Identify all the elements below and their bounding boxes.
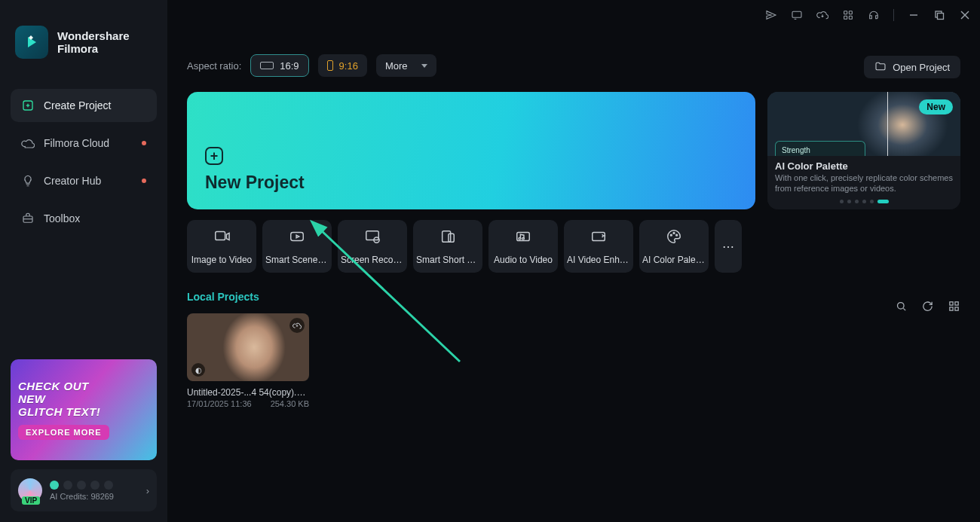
ai-credits-label: AI Credits: 98269	[50, 492, 114, 501]
svg-marker-20	[296, 235, 299, 238]
aspect-chip-9-16[interactable]: 9:16	[318, 54, 367, 77]
sidebar: Wondershare Filmora Create Project Filmo…	[0, 0, 167, 522]
brand-line2: Filmora	[57, 42, 130, 55]
open-project-button[interactable]: Open Project	[864, 56, 960, 78]
feature-card[interactable]: New Strength Protect Skin Tones AI Color…	[767, 92, 960, 209]
tool-overflow[interactable]: ⋯	[715, 220, 742, 273]
tool-label: Smart Short Cli...	[416, 255, 479, 265]
aspect-chip-label: 16:9	[280, 60, 299, 72]
aspect-chip-16-9[interactable]: 16:9	[250, 54, 308, 77]
open-project-label: Open Project	[893, 62, 950, 73]
tool-screen-recorder[interactable]: Screen Recorder	[338, 220, 407, 273]
feature-title: AI Color Palette	[775, 160, 953, 172]
tool-smart-scene-cut[interactable]: Smart Scene Cut	[262, 220, 332, 273]
sidebar-item-creator-hub[interactable]: Creator Hub	[11, 164, 157, 197]
promo-line2: NEW	[18, 392, 46, 405]
svg-rect-35	[955, 302, 958, 305]
plus-square-icon: +	[205, 147, 223, 165]
tool-label: AI Color Palette	[642, 255, 706, 265]
aspect-more-dropdown[interactable]: More	[376, 54, 436, 77]
project-name: Untitled-2025-...4 54(copy).wfp	[187, 387, 309, 398]
credit-bubbles	[50, 481, 114, 490]
svg-rect-34	[950, 302, 953, 305]
local-projects-title: Local Projects	[187, 291, 960, 303]
tool-label: Audio to Video	[492, 255, 555, 265]
tool-label: Screen Recorder	[341, 255, 404, 265]
image-video-icon	[213, 228, 230, 249]
notification-dot-icon	[142, 141, 146, 145]
feature-desc: With one click, precisely replicate colo…	[775, 173, 953, 193]
project-thumbnail: ◐	[187, 313, 309, 381]
landscape-icon	[260, 62, 274, 69]
view-grid-icon[interactable]	[948, 300, 960, 315]
project-card[interactable]: ◐ Untitled-2025-...4 54(copy).wfp 17/01/…	[187, 313, 309, 408]
sidebar-item-filmora-cloud[interactable]: Filmora Cloud	[11, 127, 157, 160]
aspect-ratio-label: Aspect ratio:	[187, 60, 241, 72]
aspect-ratio-row: Aspect ratio: 16:9 9:16 More	[187, 54, 960, 77]
refresh-icon[interactable]	[921, 300, 934, 315]
chevron-right-icon: ›	[146, 485, 149, 496]
project-size: 254.30 KB	[271, 399, 309, 408]
svg-rect-36	[950, 307, 953, 310]
new-pill: New	[919, 99, 953, 114]
toolbox-icon	[21, 212, 35, 225]
brand-line1: Wondershare	[57, 29, 130, 42]
tool-audio-to-video[interactable]: Audio to Video	[488, 220, 558, 273]
project-list-actions	[895, 300, 960, 315]
carousel-dots[interactable]	[767, 200, 960, 203]
new-project-hero[interactable]: + New Project	[187, 92, 755, 209]
short-clip-icon	[439, 228, 456, 249]
svg-rect-24	[449, 234, 454, 242]
user-strip[interactable]: VIP AI Credits: 98269 ›	[11, 469, 157, 511]
svg-point-26	[519, 237, 521, 240]
promo-line3: GLITCH TEXT!	[18, 405, 100, 418]
svg-line-33	[903, 308, 905, 310]
audio-video-icon	[515, 228, 531, 249]
svg-rect-17	[216, 231, 225, 240]
svg-rect-19	[291, 232, 304, 240]
app-logo: Wondershare Filmora	[11, 26, 157, 59]
scene-cut-icon	[289, 228, 305, 249]
bulb-icon	[21, 174, 35, 188]
vip-badge: VIP	[22, 496, 40, 505]
notification-dot-icon	[142, 179, 146, 183]
svg-point-27	[522, 237, 525, 240]
tool-label: Smart Scene Cut	[265, 255, 329, 265]
sidebar-item-toolbox[interactable]: Toolbox	[11, 202, 157, 235]
svg-rect-23	[443, 230, 451, 242]
chevron-down-icon	[421, 64, 427, 68]
plus-square-icon	[21, 99, 35, 112]
overlay-label: Strength	[782, 146, 859, 156]
svg-marker-18	[226, 233, 229, 240]
tool-smart-short-clips[interactable]: Smart Short Cli...	[413, 220, 482, 273]
svg-point-31	[676, 234, 678, 236]
palette-icon	[666, 228, 682, 249]
portrait-icon	[327, 60, 333, 71]
hero-title: New Project	[205, 172, 737, 193]
promo-cta[interactable]: EXPLORE MORE	[18, 425, 109, 441]
folder-icon	[874, 60, 887, 75]
screen-recorder-icon	[364, 228, 381, 249]
sidebar-item-label: Toolbox	[44, 212, 80, 224]
tool-ai-video-enhance[interactable]: AI Video Enhan...	[564, 220, 633, 273]
svg-rect-37	[955, 307, 958, 310]
svg-point-32	[898, 303, 905, 310]
tool-ai-color-palette[interactable]: AI Color Palette	[639, 220, 709, 273]
project-indicator-icon: ◐	[191, 363, 205, 377]
cloud-icon	[21, 136, 35, 150]
logo-mark-icon	[15, 26, 48, 59]
tool-row: Image to Video Smart Scene Cut Screen Re…	[187, 220, 960, 273]
promo-banner[interactable]: CHECK OUT NEW GLITCH TEXT! EXPLORE MORE	[11, 359, 157, 460]
aspect-chip-label: 9:16	[339, 60, 358, 72]
more-label: More	[385, 60, 408, 72]
cloud-upload-icon[interactable]	[289, 318, 305, 333]
svg-point-29	[670, 234, 672, 236]
tool-label: Image to Video	[190, 255, 253, 265]
tool-label: AI Video Enhan...	[567, 255, 630, 265]
search-icon[interactable]	[895, 300, 908, 315]
enhance-icon	[590, 228, 607, 249]
sidebar-item-label: Filmora Cloud	[44, 137, 109, 149]
sidebar-nav: Create Project Filmora Cloud Creator Hub…	[11, 89, 157, 235]
tool-image-to-video[interactable]: Image to Video	[187, 220, 256, 273]
sidebar-item-create-project[interactable]: Create Project	[11, 89, 157, 122]
